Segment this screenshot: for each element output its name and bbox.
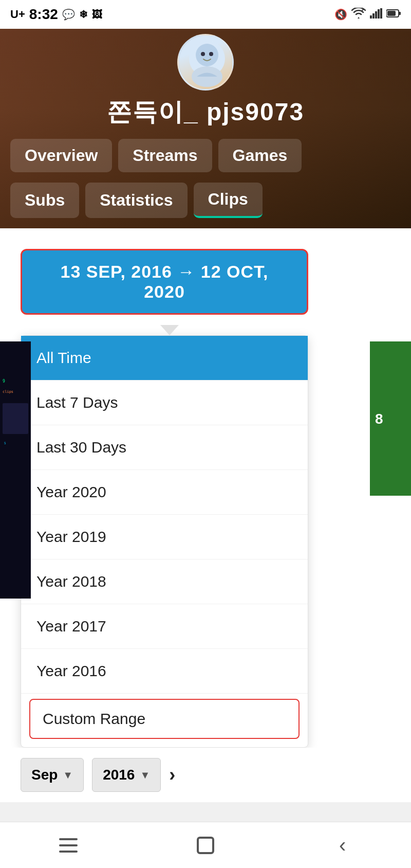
tab-subs[interactable]: Subs: [10, 183, 79, 218]
wifi-icon: [351, 8, 366, 22]
avatar-wrap: [0, 29, 411, 91]
svg-rect-3: [378, 9, 380, 19]
dropdown-item-year-2018[interactable]: Year 2018: [21, 559, 308, 604]
recents-icon: [59, 838, 78, 853]
dropdown-item-year-2020[interactable]: Year 2020: [21, 470, 308, 515]
svg-text:9: 9: [3, 379, 5, 384]
back-icon: ‹: [339, 834, 346, 857]
svg-point-12: [209, 52, 213, 56]
image-icon: 🖼: [92, 9, 102, 21]
dropdown-item-all-time[interactable]: All Time: [21, 336, 308, 381]
tab-overview[interactable]: Overview: [10, 139, 112, 172]
nav-home-button[interactable]: [185, 830, 226, 861]
svg-rect-0: [370, 15, 372, 19]
nav-bar: ‹: [0, 822, 411, 868]
home-icon: [197, 837, 214, 854]
content-area: 9 clips 5 8 13 SEP, 2016 → 12 OCT, 2020 …: [0, 228, 411, 802]
nav-back-button[interactable]: ‹: [322, 830, 363, 861]
svg-rect-1: [372, 13, 375, 19]
triangle-pointer-wrap: [21, 325, 308, 335]
date-range-wrap: 13 SEP, 2016 → 12 OCT, 2020: [0, 228, 411, 325]
battery-icon: [386, 9, 401, 21]
svg-rect-4: [380, 8, 382, 19]
tab-statistics[interactable]: Statistics: [85, 183, 187, 218]
svg-point-11: [201, 52, 205, 56]
svg-rect-6: [399, 12, 401, 15]
status-right: 🔇: [334, 8, 401, 22]
month-value: Sep: [31, 767, 58, 783]
date-range-button[interactable]: 13 SEP, 2016 → 12 OCT, 2020: [21, 249, 308, 315]
svg-text:clips: clips: [3, 390, 13, 394]
svg-rect-2: [375, 11, 377, 19]
fan-icon: ❄: [79, 8, 88, 21]
nav-recents-button[interactable]: [48, 830, 89, 861]
dropdown-item-last-7-days[interactable]: Last 7 Days: [21, 381, 308, 425]
status-bar: U+ 8:32 💬 ❄ 🖼 🔇: [0, 0, 411, 29]
year-select[interactable]: 2016 ▼: [92, 758, 161, 792]
clips-bg-left: 9 clips 5: [0, 341, 31, 599]
dropdown-item-year-2017[interactable]: Year 2017: [21, 604, 308, 649]
avatar-face: [179, 35, 232, 89]
month-arrow: ▼: [63, 769, 73, 781]
profile-header: 쫀득이_ pjs9073 Overview Streams Games Subs…: [0, 29, 411, 228]
calendar-row: Sep ▼ 2016 ▼ ›: [0, 748, 411, 802]
nav-tabs-row1: Overview Streams Games: [0, 129, 411, 172]
avatar: [177, 34, 234, 91]
svg-text:5: 5: [4, 441, 6, 445]
dropdown-menu: All Time Last 7 Days Last 30 Days Year 2…: [21, 335, 308, 748]
carrier-label: U+: [10, 8, 25, 21]
dropdown-item-year-2019[interactable]: Year 2019: [21, 515, 308, 559]
custom-range-label: Custom Range: [43, 710, 145, 728]
triangle-pointer: [160, 325, 179, 335]
month-select[interactable]: Sep ▼: [21, 758, 84, 792]
nav-tabs-row2: Subs Statistics Clips: [0, 172, 411, 228]
calendar-next-button[interactable]: ›: [169, 764, 175, 786]
svg-point-9: [196, 44, 218, 66]
dropdown-item-last-30-days[interactable]: Last 30 Days: [21, 425, 308, 470]
dropdown-item-year-2016[interactable]: Year 2016: [21, 649, 308, 694]
time-label: 8:32: [29, 6, 58, 23]
tab-clips[interactable]: Clips: [194, 183, 263, 218]
profile-name: 쫀득이_ pjs9073: [0, 91, 411, 129]
svg-rect-7: [387, 11, 396, 16]
tab-streams[interactable]: Streams: [118, 139, 212, 172]
talk-icon: 💬: [62, 8, 75, 21]
year-arrow: ▼: [140, 769, 150, 781]
svg-text:8: 8: [375, 411, 383, 427]
year-value: 2016: [103, 767, 135, 783]
status-left: U+ 8:32 💬 ❄ 🖼: [10, 6, 102, 23]
mute-icon: 🔇: [334, 8, 347, 21]
svg-rect-16: [3, 403, 28, 434]
signal-icon: [370, 8, 382, 21]
tab-games[interactable]: Games: [218, 139, 302, 172]
clips-bg-right: 8: [370, 341, 411, 496]
dropdown-item-custom-range[interactable]: Custom Range: [29, 699, 300, 739]
